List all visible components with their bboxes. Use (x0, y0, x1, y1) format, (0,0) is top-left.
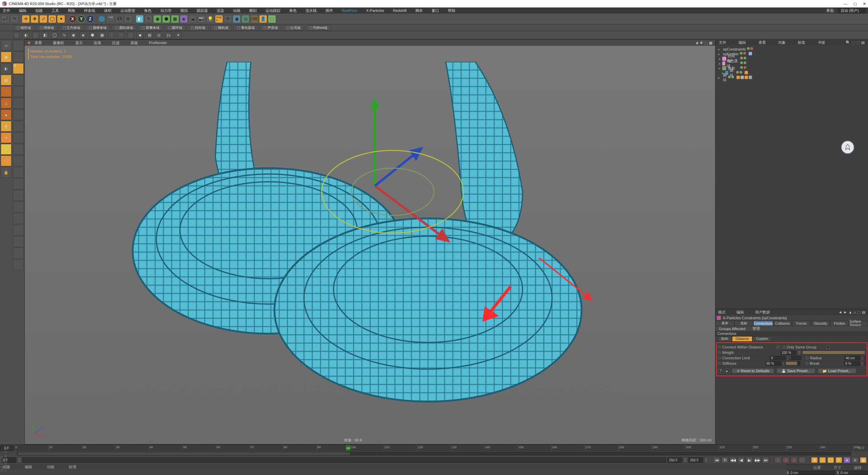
select-live-icon[interactable]: ✥ (13, 63, 24, 74)
rot-key-icon[interactable]: ◯ (827, 457, 834, 463)
move-tool-icon[interactable]: ✥ (31, 15, 39, 23)
attr-tab[interactable]: Connections (753, 321, 773, 326)
field-icon[interactable]: ⬢ (89, 32, 96, 39)
coord-size-input[interactable] (840, 471, 868, 475)
scale-key-icon[interactable]: ⤢ (819, 457, 826, 463)
menu-item[interactable]: 文件 (3, 8, 10, 13)
subtab-custom[interactable]: Custom (752, 336, 771, 342)
om-opt1-icon[interactable]: ⬚ (852, 40, 855, 45)
range-end-field[interactable]: 250 F (667, 457, 682, 463)
param-radius-spinner[interactable] (862, 356, 863, 360)
render-settings-icon[interactable]: ⚙ (124, 15, 132, 23)
tree-item[interactable]: ▸径向域 (717, 56, 867, 61)
menu-item[interactable]: 网格 (68, 8, 75, 13)
menu-item[interactable]: 脚本 (415, 8, 423, 13)
select-b-icon[interactable] (13, 167, 24, 178)
viewport-menu-item[interactable]: ProRender (149, 41, 167, 45)
status-item[interactable]: 纹理 (69, 464, 76, 470)
help-icon[interactable]: 👤 (259, 15, 267, 23)
tree-item[interactable]: ▸圆环 (717, 75, 867, 80)
field-icon[interactable]: ◯ (51, 32, 58, 39)
menu-item[interactable]: 运动图形 (120, 8, 135, 13)
param-radius-input[interactable] (845, 356, 860, 360)
range-end-spinner[interactable] (684, 457, 687, 463)
tree-item[interactable]: ▸发射 (717, 66, 867, 71)
field-type-button[interactable]: ⬚ Python域 (305, 25, 331, 31)
world-coord-icon[interactable]: 🌐 (98, 15, 106, 23)
menu-item[interactable]: Redshift (393, 8, 407, 13)
step-back-button[interactable]: ◀ (738, 457, 745, 463)
attr-sub-manage[interactable]: 管理 (749, 326, 763, 331)
om-tab[interactable]: 查看 (758, 40, 766, 45)
range-track[interactable] (22, 457, 666, 463)
param-cwd-checkbox[interactable]: ✓ (776, 345, 780, 349)
select-e-icon[interactable] (13, 202, 24, 212)
param-climit-spinner[interactable] (787, 356, 789, 360)
reset-defaults-button[interactable]: ↺ Reset to Defaults (732, 368, 774, 374)
save-preset-button[interactable]: 💾 Save Preset... (776, 368, 815, 374)
subtab-birth[interactable]: Birth (717, 336, 732, 342)
tree-item[interactable]: ▸xpEmitter (717, 52, 867, 56)
field-icon[interactable]: ▤ (146, 32, 153, 39)
timeline-range-slider[interactable] (17, 452, 851, 455)
param-stiff-slider[interactable] (786, 361, 800, 365)
play-button[interactable]: ▶ (746, 457, 753, 463)
menu-item[interactable]: 雕刻 (249, 8, 257, 13)
om-tab[interactable]: 对象 (778, 40, 786, 45)
field-icon[interactable]: ⬚ (32, 32, 39, 39)
make-editable-icon[interactable]: ▱ (1, 40, 12, 51)
attr-tab[interactable]: Surface Tension (849, 321, 868, 326)
param-break-slider[interactable] (865, 361, 865, 365)
range-end-spinner-2[interactable] (705, 457, 708, 463)
goto-start-button[interactable]: ⏮ (713, 457, 720, 463)
key-sel-button[interactable]: ◇ (799, 457, 806, 463)
menu-item[interactable]: X-Particles (366, 8, 384, 13)
pos-key-icon[interactable]: ✥ (811, 457, 818, 463)
add-pen-icon[interactable]: ✎ (144, 15, 153, 23)
menu-item[interactable]: 渲染 (217, 8, 224, 13)
add-light-icon[interactable]: 💡 (206, 15, 214, 23)
menu-item[interactable]: 工具 (52, 8, 59, 13)
menu-item[interactable]: 角色 (289, 8, 297, 13)
select-h-icon[interactable] (13, 236, 24, 247)
viewport-menu-item[interactable]: 显示 (75, 40, 83, 45)
select-ring-icon[interactable] (13, 98, 24, 109)
field-icon[interactable]: ✦ (174, 32, 182, 39)
om-tab[interactable]: 文件 (719, 40, 726, 45)
window-close[interactable]: ✕ (863, 2, 866, 6)
select-loop-icon[interactable] (13, 86, 24, 97)
field-icon[interactable]: ◈ (79, 32, 87, 39)
anim-list-icon[interactable]: ≡ (852, 457, 859, 463)
menu-item[interactable]: 跟踪器 (197, 8, 208, 13)
poly-mode-icon[interactable]: ▲ (1, 109, 12, 120)
add-generator-icon[interactable]: ⬢ (162, 15, 170, 23)
tweak-icon[interactable]: ✦ (1, 132, 12, 143)
menu-item[interactable]: 动画 (233, 8, 240, 13)
add-cube-icon[interactable]: ◧ (136, 15, 144, 23)
psr-icon[interactable]: PSR0 (215, 15, 223, 23)
coord-pos-input[interactable] (790, 471, 835, 475)
subtab-distance[interactable]: Distance (732, 336, 753, 342)
param-weight-spinner[interactable] (797, 350, 801, 355)
range-end-field-2[interactable]: 250 F (688, 457, 703, 463)
select-rect-icon[interactable] (13, 40, 24, 51)
select-g-icon[interactable] (13, 225, 24, 235)
field-type-button[interactable]: ⬚ 着色器域 (233, 25, 258, 31)
range-start-spinner[interactable] (18, 457, 21, 463)
attr-tab[interactable]: Viscosity (811, 321, 830, 326)
om-tab[interactable]: 编辑 (738, 40, 746, 45)
anim-layout-icon[interactable]: ▦ (860, 457, 867, 463)
attr-tab[interactable]: Forces (792, 321, 811, 326)
menu-item[interactable]: 角色 (144, 8, 152, 13)
param-climit-input[interactable] (770, 356, 786, 360)
field-type-button[interactable]: ⬚ 圆柱体域 (112, 25, 137, 31)
param-weight-slider[interactable] (802, 350, 865, 355)
open-recent-icon[interactable]: OR (250, 15, 258, 23)
menu-item[interactable]: 动力学 (160, 8, 172, 13)
object-manager[interactable]: ▸xpConstraints ▸xpEmitter ▸径向域 ▸着色器域 ▸发射… (715, 45, 868, 309)
add-environment-icon[interactable]: ☁ (189, 15, 197, 23)
attr-menu-item[interactable]: 用户数据 (755, 310, 770, 315)
window-minimize[interactable]: — (844, 2, 847, 6)
select-outline-icon[interactable] (13, 109, 24, 120)
z-axis-toggle[interactable]: Z (86, 15, 94, 23)
